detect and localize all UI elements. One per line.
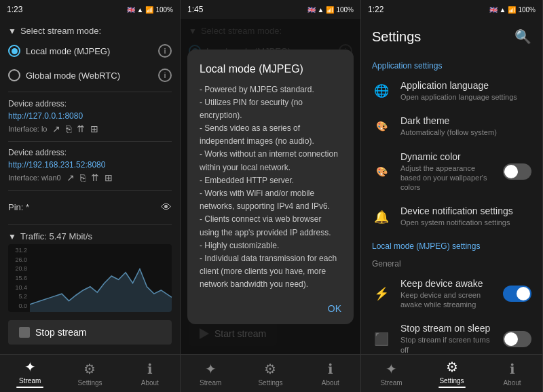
search-button[interactable]: 🔍 <box>514 28 531 45</box>
stop-icon <box>19 327 30 338</box>
about-nav-label-2: About <box>322 379 339 387</box>
stream-nav-icon-1: ✦ <box>24 359 36 375</box>
stop-sleep-title: Stop stream on sleep <box>400 323 493 334</box>
nav-settings-2[interactable]: ⚙ Settings <box>240 357 300 391</box>
global-mode-radio[interactable] <box>8 69 20 81</box>
settings-item-notifications[interactable]: 🔔 Device notification settings Open syst… <box>361 199 542 234</box>
settings-nav-label-1: Settings <box>77 379 102 387</box>
copy-icon-2[interactable]: ⎘ <box>80 172 86 183</box>
nav-about-1[interactable]: ℹ About <box>120 357 180 391</box>
dynamic-color-icon: 🎨 <box>372 162 391 181</box>
settings-nav-label-3: Settings <box>439 377 464 385</box>
signal-icon: 📶 <box>145 6 153 14</box>
local-mode-radio[interactable] <box>8 45 20 57</box>
panel-stream-dialog: 1:45 🇬🇧 ▲ 📶 100% ▼ Select stream mode: L… <box>181 0 361 392</box>
open-icon-2[interactable]: ↗ <box>67 172 75 183</box>
language-icon: 🌐 <box>372 81 391 100</box>
battery-1: 100% <box>155 6 173 14</box>
chart-label-6: 0.0 <box>10 302 27 309</box>
traffic-header: ▼ Traffic: 5.47 Mbit/s <box>8 231 172 241</box>
bottom-nav-2: ✦ Stream ⚙ Settings ℹ About <box>181 354 360 392</box>
dynamic-color-toggle[interactable] <box>503 163 531 180</box>
wifi-icon-3: ▲ <box>500 6 506 14</box>
flag-icon: 🇬🇧 <box>127 6 135 14</box>
notification-icon: 🔔 <box>372 208 391 227</box>
nav-stream-2[interactable]: ✦ Stream <box>181 357 240 391</box>
local-mode-row[interactable]: Local mode (MJPEG) i <box>8 41 172 60</box>
global-mode-text: Global mode (WebRTC) <box>26 71 120 81</box>
settings-item-dynamic-color[interactable]: 🎨 Dynamic color Adjust the appearance ba… <box>361 144 542 199</box>
chart-label-5: 5.2 <box>10 293 27 300</box>
nav-stream-1[interactable]: ✦ Stream <box>0 355 60 392</box>
settings-item-keep-awake[interactable]: ⚡ Keep device awake Keep device and scre… <box>361 271 542 317</box>
dialog-title: Local mode (MJPEG) <box>200 63 341 75</box>
dark-theme-item-text: Dark theme Automatically (follow system) <box>400 115 531 137</box>
settings-title: Settings <box>372 29 421 45</box>
nav-about-3[interactable]: ℹ About <box>482 357 542 391</box>
open-icon-1[interactable]: ↗ <box>52 123 60 134</box>
bottom-nav-3: ✦ Stream ⚙ Settings ℹ About <box>361 354 542 392</box>
wifi-icon-2: ▲ <box>318 6 324 14</box>
signal-icon-2: 📶 <box>326 6 334 14</box>
stream-mode-label: Select stream mode: <box>20 26 101 36</box>
device-addr-actions-2: Interface: wlan0 ↗ ⎘ ⇈ ⊞ <box>8 172 172 183</box>
stream-nav-label-2: Stream <box>200 379 221 387</box>
dialog-ok-button[interactable]: OK <box>328 303 341 314</box>
signal-icon-3: 📶 <box>508 6 516 14</box>
traffic-section: ▼ Traffic: 5.47 Mbit/s 31.2 26.0 20.8 15… <box>8 231 172 312</box>
pin-row: Pin: * 👁 <box>8 197 172 218</box>
keep-awake-subtitle: Keep device and screen awake while strea… <box>400 290 493 310</box>
status-icons-2: 🇬🇧 ▲ 📶 100% <box>307 6 354 14</box>
dialog-overlay: Local mode (MJPEG) - Powered by MJPEG st… <box>181 19 360 354</box>
stop-sleep-toggle[interactable] <box>503 331 531 347</box>
local-mode-text: Local mode (MJPEG) <box>26 46 110 56</box>
nav-settings-3[interactable]: ⚙ Settings <box>422 355 482 392</box>
nav-underline-1 <box>16 387 43 388</box>
about-nav-icon-3: ℹ <box>510 361 515 377</box>
divider-2 <box>8 141 172 142</box>
qr-icon-1[interactable]: ⊞ <box>90 123 98 134</box>
keep-awake-toggle[interactable] <box>503 286 531 302</box>
settings-item-dark-theme[interactable]: 🎨 Dark theme Automatically (follow syste… <box>361 109 542 144</box>
nav-settings-1[interactable]: ⚙ Settings <box>60 357 119 391</box>
qr-icon-2[interactable]: ⊞ <box>105 172 113 183</box>
chart-label-0: 31.2 <box>10 247 27 254</box>
stream-nav-label-1: Stream <box>19 377 41 385</box>
stream-mode-header: ▼ Select stream mode: <box>8 26 172 36</box>
device-addr-url-2[interactable]: http://192.168.231.52:8080 <box>8 160 172 170</box>
traffic-chevron: ▼ <box>8 232 16 241</box>
stop-stream-label: Stop stream <box>35 327 86 338</box>
divider-1 <box>8 92 172 92</box>
nav-about-2[interactable]: ℹ About <box>301 357 360 391</box>
settings-nav-icon-3: ⚙ <box>446 359 458 375</box>
settings-nav-icon-2: ⚙ <box>264 361 276 377</box>
status-bar-3: 1:22 🇬🇧 ▲ 📶 100% <box>361 0 542 19</box>
language-item-text: Application language Open application la… <box>400 80 531 102</box>
nav-stream-3[interactable]: ✦ Stream <box>361 357 422 391</box>
device-addr-url-1[interactable]: http://127.0.0.1:8080 <box>8 111 172 121</box>
about-nav-label-1: About <box>141 379 159 387</box>
dynamic-color-title: Dynamic color <box>400 151 493 162</box>
about-nav-label-3: About <box>503 379 521 387</box>
notifications-subtitle: Open system notification settings <box>400 218 531 227</box>
share-icon-1[interactable]: ⇈ <box>77 123 85 134</box>
global-mode-info-icon[interactable]: i <box>158 68 172 82</box>
settings-content: Application settings 🌐 Application langu… <box>361 54 542 354</box>
settings-item-stop-sleep[interactable]: ⬛ Stop stream on sleep Stop stream if sc… <box>361 316 542 354</box>
time-3: 1:22 <box>368 5 383 14</box>
local-mode-label: Local mode (MJPEG) <box>8 45 110 57</box>
copy-icon-1[interactable]: ⎘ <box>66 123 71 134</box>
divider-3 <box>8 190 172 191</box>
traffic-label: Traffic: 5.47 Mbit/s <box>20 231 92 241</box>
share-icon-2[interactable]: ⇈ <box>91 172 99 183</box>
local-mode-info-icon[interactable]: i <box>158 44 172 58</box>
wifi-icon: ▲ <box>137 6 144 14</box>
time-1: 1:23 <box>7 5 22 14</box>
time-2: 1:45 <box>187 5 203 14</box>
stop-stream-button[interactable]: Stop stream <box>8 320 172 345</box>
eye-icon[interactable]: 👁 <box>161 201 172 214</box>
stream-content-1: ▼ Select stream mode: Local mode (MJPEG)… <box>0 19 180 354</box>
settings-item-language[interactable]: 🌐 Application language Open application … <box>361 73 542 109</box>
chart-label-4: 10.4 <box>10 284 27 291</box>
global-mode-row[interactable]: Global mode (WebRTC) i <box>8 66 172 85</box>
